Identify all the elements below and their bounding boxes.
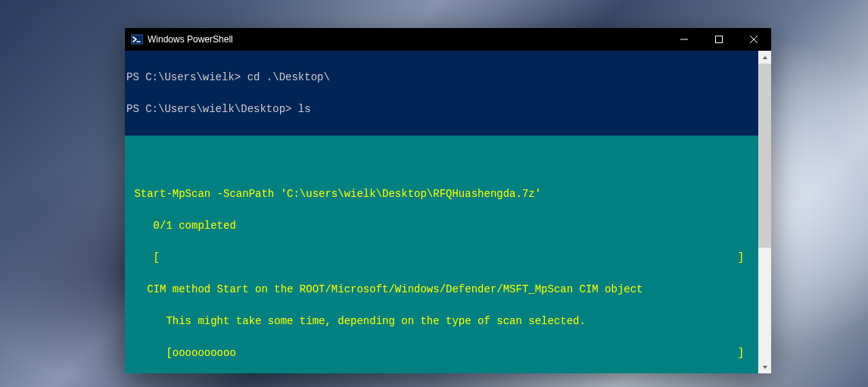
terminal[interactable]: PS C:\Users\wielk> cd .\Desktop\ PS C:\U… xyxy=(125,51,758,373)
scan-bar-2-close: ] xyxy=(738,348,757,358)
scan-progress-block: Start-MpScan -ScanPath 'C:\users\wielk\D… xyxy=(125,136,758,373)
svg-rect-4 xyxy=(716,36,723,43)
scan-line-1: Start-MpScan -ScanPath 'C:\users\wielk\D… xyxy=(126,189,757,199)
prompt-2-cmd: ls xyxy=(298,103,311,115)
scan-line-4: CIM method Start on the ROOT/Microsoft/W… xyxy=(126,284,757,295)
vertical-scrollbar[interactable] xyxy=(758,51,771,373)
scan-bar-1-open: [ xyxy=(128,252,160,263)
scan-bar-2-open: [oooooooooo xyxy=(128,348,236,358)
powershell-window: Windows PowerShell PS C:\Users\wielk> cd… xyxy=(125,28,771,373)
scrollbar-thumb[interactable] xyxy=(758,64,771,248)
prompt-1-prefix: PS C:\Users\wielk> xyxy=(126,71,247,83)
maximize-button[interactable] xyxy=(702,28,736,51)
minimize-button[interactable] xyxy=(667,28,702,51)
titlebar[interactable]: Windows PowerShell xyxy=(125,28,771,51)
scroll-up-button[interactable] xyxy=(758,51,771,64)
client-area: PS C:\Users\wielk> cd .\Desktop\ PS C:\U… xyxy=(125,51,771,373)
close-button[interactable] xyxy=(736,28,771,51)
scroll-down-button[interactable] xyxy=(758,360,771,373)
scan-line-5: This might take some time, depending on … xyxy=(126,316,757,326)
powershell-icon xyxy=(131,33,143,45)
scrollbar-track[interactable] xyxy=(758,64,771,360)
scan-line-2: 0/1 completed xyxy=(126,220,757,231)
prompt-2-prefix: PS C:\Users\wielk\Desktop> xyxy=(126,103,298,115)
window-title: Windows PowerShell xyxy=(148,34,233,45)
prompt-1-cmd: cd .\Desktop\ xyxy=(247,71,330,83)
svg-rect-0 xyxy=(131,35,143,44)
scan-bar-1-close: ] xyxy=(738,252,757,263)
